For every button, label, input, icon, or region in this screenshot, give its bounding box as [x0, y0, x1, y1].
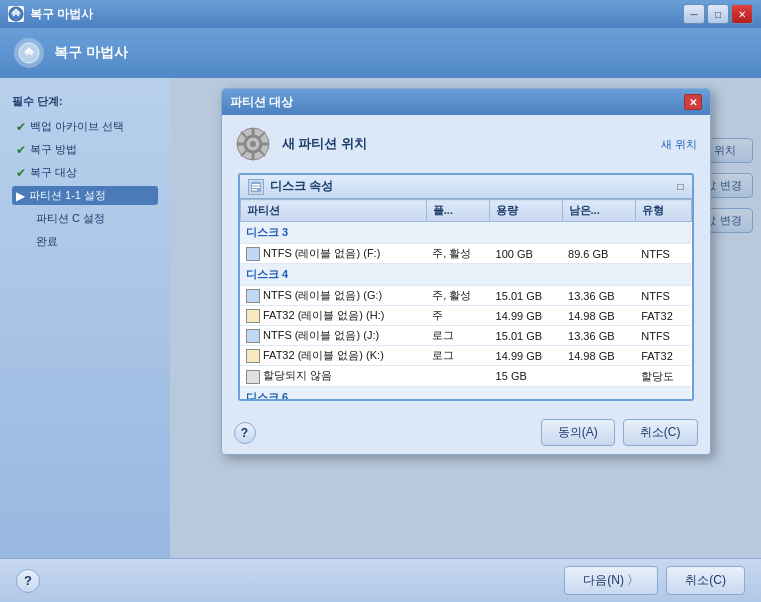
wizard-help-button[interactable]: ? [16, 569, 40, 593]
title-bar-controls: ─ □ ✕ [683, 4, 753, 24]
partition-table: 파티션 플... 용량 남은... 유형 [240, 199, 692, 399]
inner-dialog-maximize[interactable]: □ [677, 181, 683, 192]
modal-overlay: 파티션 대상 ✕ [170, 78, 761, 558]
table-row[interactable]: FAT32 (레이블 없음) (K:)로그14.99 GB14.98 GBFAT… [240, 346, 691, 366]
svg-point-4 [250, 141, 256, 147]
svg-rect-15 [252, 186, 260, 188]
sidebar-item-partition-1[interactable]: ▶ 파티션 1-1 설정 [12, 186, 158, 205]
col-header-flag[interactable]: 플... [426, 200, 489, 222]
dialog-help-button[interactable]: ? [234, 422, 256, 444]
dialog-footer: ? 동의(A) 취소(C) [222, 411, 710, 454]
inner-dialog-title-label: 디스크 속성 [270, 178, 333, 195]
partition-flag: 로그 [426, 346, 489, 366]
svg-rect-14 [252, 184, 260, 186]
partition-type: NTFS [635, 244, 691, 264]
partition-free: 13.36 GB [562, 326, 635, 346]
sidebar-item-complete[interactable]: 완료 [12, 232, 158, 251]
check-icon-2: ✔ [16, 143, 26, 157]
table-row[interactable]: NTFS (레이블 없음) (G:)주, 활성15.01 GB13.36 GBN… [240, 286, 691, 306]
dialog-cancel-button[interactable]: 취소(C) [623, 419, 698, 446]
new-location-link[interactable]: 새 위치 [661, 137, 697, 152]
close-button[interactable]: ✕ [731, 4, 753, 24]
partition-capacity: 15.01 GB [490, 286, 562, 306]
check-icon-3: ✔ [16, 166, 26, 180]
partition-type: 할당도 [635, 366, 691, 386]
partition-name: NTFS (레이블 없음) (F:) [240, 244, 426, 264]
wizard-cancel-button[interactable]: 취소(C) [666, 566, 745, 595]
sidebar-item-partition-c[interactable]: 파티션 C 설정 [12, 209, 158, 228]
table-row[interactable]: 할당되지 않음15 GB할당도 [240, 366, 691, 386]
sidebar-label-3: 복구 대상 [30, 165, 77, 180]
sidebar-label-5: 파티션 C 설정 [36, 211, 105, 226]
sidebar-label-6: 완료 [36, 234, 58, 249]
app-icon [8, 6, 24, 22]
dialog-header-icon [234, 125, 272, 163]
table-row[interactable]: FAT32 (레이블 없음) (H:)주14.99 GB14.98 GBFAT3… [240, 306, 691, 326]
partition-capacity: 14.99 GB [490, 306, 562, 326]
partition-flag: 주, 활성 [426, 286, 489, 306]
partition-type-icon [246, 247, 260, 261]
dialog-close-button[interactable]: ✕ [684, 94, 702, 110]
partition-flag: 주 [426, 306, 489, 326]
sidebar-label-2: 복구 방법 [30, 142, 77, 157]
col-header-capacity[interactable]: 용량 [490, 200, 562, 222]
col-header-type[interactable]: 유형 [635, 200, 691, 222]
sidebar-item-backup[interactable]: ✔ 백업 아카이브 선택 [12, 117, 158, 136]
table-row[interactable]: NTFS (레이블 없음) (J:)로그15.01 GB13.36 GBNTFS [240, 326, 691, 346]
title-bar: 복구 마법사 ─ □ ✕ [0, 0, 761, 28]
wizard-bottom: ? 다음(N) 〉 취소(C) [0, 558, 761, 602]
col-header-partition[interactable]: 파티션 [240, 200, 426, 222]
sidebar-item-method[interactable]: ✔ 복구 방법 [12, 140, 158, 159]
wizard-outer: 복구 마법사 필수 단계: ✔ 백업 아카이브 선택 ✔ 복구 방법 ✔ 복구 … [0, 28, 761, 602]
dialog-body: 새 파티션 위치 새 위치 [222, 115, 710, 411]
partition-free: 14.98 GB [562, 306, 635, 326]
disk-group-row: 디스크 3 [240, 222, 691, 244]
dialog-confirm-button[interactable]: 동의(A) [541, 419, 615, 446]
partition-flag: 로그 [426, 326, 489, 346]
partition-name: FAT32 (레이블 없음) (H:) [240, 306, 426, 326]
wizard-content: 새 위치 보값 변경 보값 변경 파티션 대상 ✕ [170, 78, 761, 558]
disk-group-row: 디스크 6 [240, 386, 691, 399]
partition-free: 14.98 GB [562, 346, 635, 366]
partition-free [562, 366, 635, 386]
main-window: 복구 마법사 ─ □ ✕ 복구 마법사 필수 단계: [0, 0, 761, 602]
arrow-icon-4: ▶ [16, 189, 25, 203]
partition-type: FAT32 [635, 306, 691, 326]
partition-name: NTFS (레이블 없음) (J:) [240, 326, 426, 346]
partition-capacity: 14.99 GB [490, 346, 562, 366]
table-row[interactable]: NTFS (레이블 없음) (F:)주, 활성100 GB89.6 GBNTFS [240, 244, 691, 264]
dialog-partition-target: 파티션 대상 ✕ [221, 88, 711, 455]
partition-capacity: 100 GB [490, 244, 562, 264]
sidebar-label-4: 파티션 1-1 설정 [29, 188, 106, 203]
sidebar-section-title: 필수 단계: [12, 94, 158, 109]
wizard-title: 복구 마법사 [54, 44, 128, 62]
sidebar-item-target[interactable]: ✔ 복구 대상 [12, 163, 158, 182]
sidebar-label-1: 백업 아카이브 선택 [30, 119, 124, 134]
col-header-free[interactable]: 남은... [562, 200, 635, 222]
inner-dialog: 디스크 속성 □ 파티션 플... [238, 173, 694, 401]
wizard-next-button[interactable]: 다음(N) 〉 [564, 566, 658, 595]
partition-type-icon [246, 329, 260, 343]
partition-type: FAT32 [635, 346, 691, 366]
disk-table-scroll[interactable]: 파티션 플... 용량 남은... 유형 [240, 199, 692, 399]
partition-free: 89.6 GB [562, 244, 635, 264]
partition-type: NTFS [635, 286, 691, 306]
partition-name: FAT32 (레이블 없음) (K:) [240, 346, 426, 366]
wizard-body: 필수 단계: ✔ 백업 아카이브 선택 ✔ 복구 방법 ✔ 복구 대상 ▶ 파티… [0, 78, 761, 558]
partition-flag [426, 366, 489, 386]
dialog-title: 파티션 대상 [230, 94, 293, 111]
partition-type: NTFS [635, 326, 691, 346]
wizard-header: 복구 마법사 [0, 28, 761, 78]
dialog-title-bar: 파티션 대상 ✕ [222, 89, 710, 115]
partition-type-icon [246, 349, 260, 363]
partition-name: 할당되지 않음 [240, 366, 426, 386]
disk-group-row: 디스크 4 [240, 264, 691, 286]
minimize-button[interactable]: ─ [683, 4, 705, 24]
svg-rect-16 [252, 189, 257, 191]
inner-dialog-title: 디스크 속성 □ [240, 175, 692, 199]
partition-type-icon [246, 289, 260, 303]
partition-flag: 주, 활성 [426, 244, 489, 264]
partition-type-icon [246, 370, 260, 384]
maximize-button[interactable]: □ [707, 4, 729, 24]
partition-capacity: 15 GB [490, 366, 562, 386]
